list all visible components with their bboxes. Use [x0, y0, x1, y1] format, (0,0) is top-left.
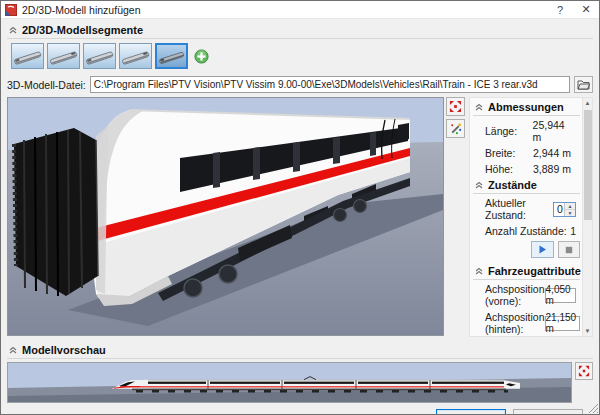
breite-value: 2,944 m [533, 147, 571, 159]
zustaende-title: Zustände [488, 179, 537, 191]
anzahl-zustaende-row: Anzahl Zustände: 1 [473, 224, 580, 238]
play-states-button[interactable] [531, 241, 554, 258]
segment-thumbnail-4[interactable] [119, 43, 152, 69]
titlebar: 2D/3D-Modell hinzufügen ? ✕ [1, 1, 599, 19]
preview-section-header: Modellvorschau [7, 341, 593, 359]
ok-button[interactable]: OK [436, 409, 506, 415]
red-arrows-out-icon [449, 100, 462, 113]
help-button[interactable]: ? [547, 1, 573, 19]
collapse-chevron-icon[interactable] [9, 346, 17, 354]
achsposition-hinten-field[interactable]: 21,150 m [545, 316, 581, 331]
stop-icon [565, 246, 573, 254]
segment-thumbnail-2[interactable] [47, 43, 80, 69]
zustaende-section-header: Zustände [473, 176, 580, 194]
hoehe-label: Höhe: [485, 163, 533, 175]
anzahl-zustaende-label: Anzahl Zustände: [485, 225, 570, 237]
abmessungen-section-header: Abmessungen [473, 98, 580, 116]
aktueller-zustand-value: 0 [554, 203, 564, 216]
scroll-down-icon[interactable]: ▼ [585, 326, 591, 336]
model-file-row: 3D-Modell-Datei: [7, 76, 593, 93]
vissim-app-icon [5, 4, 17, 16]
dialog-footer: OK Abbrechen [7, 403, 593, 415]
fahrzeugattribute-rows: Achsposition (vorne): 4,050 m Achspositi… [473, 282, 580, 337]
add-2d3d-model-dialog: 2D/3D-Modell hinzufügen ? ✕ 2D/3D-Modell… [0, 0, 600, 415]
play-icon [538, 245, 547, 254]
window-title: 2D/3D-Modell hinzufügen [22, 4, 547, 16]
fahrzeugattribute-title: Fahrzeugattribute [488, 265, 581, 277]
segment-thumbnail-1[interactable] [11, 43, 44, 69]
spin-down-icon[interactable]: ▼ [565, 210, 575, 216]
aktueller-zustand-label: Aktueller Zustand: [485, 197, 549, 221]
achsposition-hinten-row: Achsposition (hinten): 21,150 m [473, 310, 580, 336]
segments-section-header: 2D/3D-Modellsegmente [7, 21, 593, 39]
hoehe-value: 3,889 m [533, 163, 571, 175]
view-tool-buttons [446, 97, 467, 138]
model-preview-view[interactable] [7, 362, 572, 403]
train-car-3d-render [8, 98, 443, 335]
close-button[interactable]: ✕ [573, 1, 599, 19]
scrollbar-thumb[interactable] [584, 110, 592, 220]
scrollbar-track[interactable] [583, 108, 592, 326]
preview-row [7, 362, 593, 403]
hoehe-row: Höhe: 3,889 m [473, 162, 580, 176]
panel-scrollbar[interactable]: ▲ ▼ [582, 98, 592, 336]
model-file-label: 3D-Modell-Datei: [7, 79, 86, 91]
state-playback-controls [473, 238, 580, 262]
cancel-button[interactable]: Abbrechen [513, 409, 583, 415]
collapse-chevron-icon[interactable] [475, 103, 483, 111]
laenge-row: Länge: 25,944 m [473, 118, 580, 144]
laenge-value: 25,944 m [533, 119, 576, 143]
aktueller-zustand-row: Aktueller Zustand: 0 ▲▼ [473, 196, 580, 222]
model-3d-view[interactable] [7, 97, 444, 336]
achsposition-vorne-field[interactable]: 4,050 m [545, 288, 576, 303]
zoom-extents-button[interactable] [446, 97, 465, 116]
browse-file-button[interactable] [574, 76, 593, 93]
abmessungen-rows: Länge: 25,944 m Breite: 2,944 m Höhe: 3,… [473, 118, 580, 176]
fahrzeugattribute-section-header: Fahrzeugattribute [473, 262, 580, 280]
folder-icon [577, 79, 590, 90]
spin-up-icon[interactable]: ▲ [565, 203, 575, 210]
preview-section-title: Modellvorschau [22, 344, 106, 356]
attributes-panel: Abmessungen Länge: 25,944 m Breite: 2,94… [469, 97, 593, 337]
achsposition-vorne-row: Achsposition (vorne): 4,050 m [473, 282, 580, 308]
resize-grip[interactable] [586, 401, 598, 413]
collapse-chevron-icon[interactable] [475, 267, 483, 275]
segment-thumbnail-5-selected[interactable] [155, 43, 188, 69]
full-train-preview-render [8, 363, 571, 402]
segment-thumbnail-3[interactable] [83, 43, 116, 69]
scroll-up-icon[interactable]: ▲ [585, 98, 591, 108]
collapse-chevron-icon[interactable] [9, 26, 17, 34]
achsposition-vorne-label: Achsposition (vorne): [485, 283, 545, 307]
abmessungen-title: Abmessungen [488, 101, 564, 113]
laenge-label: Länge: [485, 125, 533, 137]
segments-section-title: 2D/3D-Modellsegmente [22, 24, 143, 36]
segment-thumbnail-list [7, 39, 593, 73]
aktueller-zustand-spinner[interactable]: 0 ▲▼ [553, 202, 576, 217]
main-area: Abmessungen Länge: 25,944 m Breite: 2,94… [7, 97, 593, 337]
model-file-input[interactable] [90, 76, 570, 93]
preview-zoom-extents-button[interactable] [575, 362, 593, 380]
magic-wand-icon [449, 122, 462, 135]
breite-row: Breite: 2,944 m [473, 146, 580, 160]
color-wand-button[interactable] [446, 119, 465, 138]
spinner-arrows[interactable]: ▲▼ [564, 203, 575, 216]
anzahl-zustaende-value: 1 [570, 225, 576, 237]
red-arrows-out-icon [578, 365, 590, 377]
breite-label: Breite: [485, 147, 533, 159]
add-segment-button[interactable] [194, 49, 209, 64]
achsposition-hinten-label: Achsposition (hinten): [485, 311, 545, 335]
collapse-chevron-icon[interactable] [475, 181, 483, 189]
stop-states-button[interactable] [558, 241, 581, 258]
